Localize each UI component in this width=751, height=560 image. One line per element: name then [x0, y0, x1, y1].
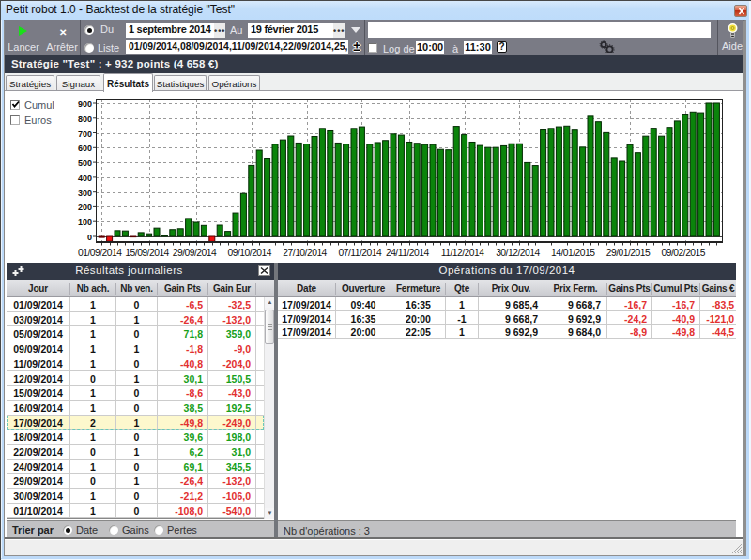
svg-text:500: 500 — [78, 159, 92, 168]
svg-text:11/12/2014: 11/12/2014 — [441, 248, 485, 258]
svg-text:07/11/2014: 07/11/2014 — [339, 248, 383, 258]
svg-text:14/01/2015: 14/01/2015 — [551, 248, 595, 258]
svg-text:300: 300 — [78, 189, 92, 198]
svg-text:29/09/2014: 29/09/2014 — [173, 248, 217, 258]
svg-text:200: 200 — [78, 203, 92, 212]
svg-text:01/09/2014: 01/09/2014 — [78, 248, 122, 258]
svg-text:29/01/2015: 29/01/2015 — [606, 248, 651, 258]
svg-text:600: 600 — [78, 144, 92, 153]
svg-text:400: 400 — [78, 174, 92, 183]
svg-text:700: 700 — [78, 129, 92, 139]
svg-text:100: 100 — [78, 218, 92, 227]
svg-text:0: 0 — [87, 233, 92, 242]
svg-text:09/02/2015: 09/02/2015 — [662, 248, 706, 258]
svg-text:24/11/2014: 24/11/2014 — [386, 248, 430, 258]
svg-text:900: 900 — [78, 99, 92, 109]
svg-text:27/10/2014: 27/10/2014 — [283, 248, 327, 258]
svg-text:30/12/2014: 30/12/2014 — [496, 248, 540, 258]
svg-text:09/10/2014: 09/10/2014 — [228, 248, 272, 258]
svg-text:800: 800 — [78, 114, 92, 124]
svg-text:15/09/2014: 15/09/2014 — [125, 248, 169, 258]
